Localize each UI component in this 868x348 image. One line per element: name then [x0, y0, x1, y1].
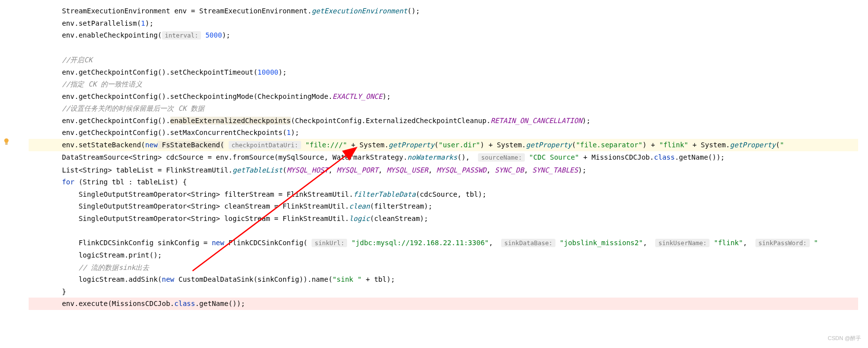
code-editor[interactable]: StreamExecutionEnvironment env = StreamE… [0, 0, 868, 310]
code-line[interactable]: env.setParallelism(1); [29, 17, 858, 30]
param-hint: sinkPassWord: [755, 239, 810, 247]
code-line[interactable]: } [29, 286, 858, 298]
param-hint: interval: [162, 31, 201, 40]
code-line[interactable]: for (String tbl : tableList) { [29, 176, 858, 188]
code-line-highlighted[interactable]: env.setStateBackend(new FsStateBackend( … [29, 139, 858, 152]
code-line[interactable] [29, 42, 858, 54]
code-line[interactable]: FlinkCDCSinkConfig sinkConfig = new Flin… [29, 237, 858, 250]
param-hint: sinkUserName: [655, 239, 710, 247]
code-line[interactable]: //指定 CK 的一致性语义 [29, 78, 858, 90]
code-line[interactable]: StreamExecutionEnvironment env = StreamE… [29, 5, 858, 17]
param-hint: sinkDataBase: [501, 239, 555, 247]
code-line[interactable]: //开启CK [29, 54, 858, 66]
code-line[interactable]: SingleOutputStreamOperator<String> filte… [29, 188, 858, 201]
code-line[interactable]: logicStream.addSink(new CustomDealDataSi… [29, 273, 858, 286]
code-line[interactable] [29, 224, 858, 237]
code-line[interactable]: env.enableCheckpointing(interval: 5000); [29, 29, 858, 42]
code-line[interactable]: SingleOutputStreamOperator<String> clean… [29, 200, 858, 213]
deprecated-method: enableExternalizedCheckpoints [170, 117, 291, 125]
param-hint: sourceName: [478, 153, 525, 162]
code-line[interactable]: DataStreamSource<String> cdcSource = env… [29, 151, 858, 164]
code-line[interactable]: env.getCheckpointConfig().setCheckpointi… [29, 90, 858, 103]
svg-rect-0 [5, 143, 7, 144]
code-line[interactable]: SingleOutputStreamOperator<String> logic… [29, 213, 858, 225]
code-line-error[interactable]: env.execute(MissionsCDCJob.class.getName… [29, 298, 858, 310]
code-line[interactable]: env.getCheckpointConfig().setCheckpointT… [29, 66, 858, 79]
code-line[interactable]: env.getCheckpointConfig().enableExternal… [29, 115, 858, 127]
code-line[interactable]: //设置任务关闭的时候保留最后一次 CK 数据 [29, 102, 858, 115]
editor-gutter [0, 0, 15, 310]
code-line[interactable]: List<String> tableList = FlinkStreamUtil… [29, 164, 858, 176]
param-hint: sinkUrl: [312, 239, 347, 247]
code-line[interactable]: logicStream.print(); [29, 249, 858, 261]
intention-bulb-icon[interactable] [3, 138, 10, 145]
param-hint: checkpointDataUri: [229, 141, 301, 149]
code-line[interactable]: // 流的数据sink出去 [29, 261, 858, 274]
code-line[interactable]: env.getCheckpointConfig().setMaxConcurre… [29, 127, 858, 139]
